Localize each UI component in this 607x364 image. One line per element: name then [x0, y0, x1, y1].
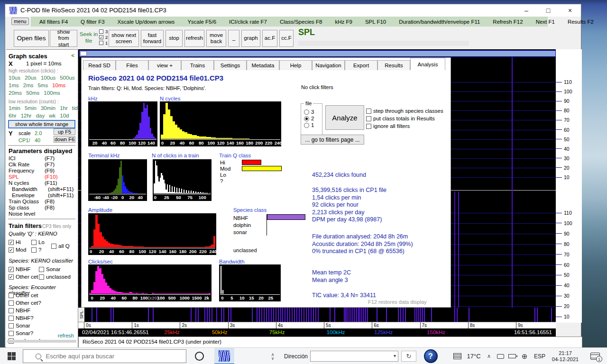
toolbar-button--[interactable]: _: [228, 30, 239, 47]
scale-option-wk[interactable]: wk: [49, 113, 55, 120]
scale-up-button[interactable]: up F5: [54, 128, 75, 135]
checkbox-NBHF[interactable]: NBHF: [9, 307, 76, 314]
toolbar-button-cc-F[interactable]: cc.F: [279, 30, 294, 47]
scale-option-20ms[interactable]: 20ms: [9, 90, 22, 98]
tray-overflow-chevron[interactable]: ∧: [485, 348, 493, 364]
checkbox-?[interactable]: ?: [31, 246, 50, 254]
menu-item[interactable]: Duration/bandwidth/envelope F11: [399, 19, 480, 25]
close-button[interactable]: ×: [559, 4, 581, 17]
taskbar-clock[interactable]: 21:17 04-12-2021: [548, 348, 582, 364]
help-tray-button[interactable]: ?: [421, 348, 440, 364]
scale-option-100us[interactable]: 100us: [41, 75, 55, 82]
network-tray-button[interactable]: ⊕: [519, 348, 530, 364]
toolbar-button-graph[interactable]: graph: [241, 30, 260, 47]
tab-Export[interactable]: Export: [345, 60, 377, 70]
checkbox-step-through-species-classes[interactable]: step through species classes: [366, 107, 443, 115]
tab-Settings[interactable]: Settings: [214, 60, 247, 70]
address-combobox[interactable]: ▾: [310, 351, 398, 362]
checkbox-ignore-all-filters[interactable]: ignore all filters: [366, 122, 443, 130]
checkbox-all-Q[interactable]: all Q: [51, 242, 76, 250]
menu-item[interactable]: Results F2: [568, 19, 594, 25]
open-files-button[interactable]: Open files: [14, 30, 49, 47]
checkbox-Sonar[interactable]: Sonar: [39, 265, 76, 273]
weather-temp[interactable]: 17°C: [464, 348, 484, 364]
checkbox-Sonar[interactable]: Sonar: [9, 322, 76, 329]
cpod-taskbar-button[interactable]: [214, 348, 234, 364]
parameter-Bandwidth[interactable]: Bandwidth(shift+F11): [9, 186, 76, 192]
taskbar-search[interactable]: [23, 349, 186, 363]
tab-Files[interactable]: Files: [116, 60, 148, 70]
scale-option-500us[interactable]: 500us: [60, 75, 74, 82]
scale-option-50ms[interactable]: 50ms: [26, 90, 39, 98]
checkbox-Lo[interactable]: Lo: [31, 238, 50, 246]
scale-option-12hr[interactable]: 12hr: [21, 113, 32, 120]
menu-item[interactable]: SPL F10: [365, 19, 386, 25]
checkbox-Other-cet?[interactable]: Other cet?: [9, 299, 76, 307]
scale-option-1hr[interactable]: 1hr: [60, 105, 68, 113]
minimize-button[interactable]: –: [515, 4, 537, 17]
menu-item[interactable]: Refresh F12: [493, 19, 523, 25]
language-indicator[interactable]: ESP: [531, 348, 548, 364]
parameter-Envelope[interactable]: Envelope(shift+F11): [9, 192, 76, 199]
scale-option-10d[interactable]: 10d: [60, 113, 69, 120]
tab-Read-SD[interactable]: Read SD: [83, 60, 116, 70]
menu-item[interactable]: Next F1: [536, 19, 555, 25]
parameter-Clk-Rate[interactable]: Clk Rate(F7): [9, 162, 76, 168]
scale-option-6hr[interactable]: 6hr: [9, 113, 17, 120]
tab-view-[interactable]: view +: [148, 60, 181, 70]
camera-tray-button[interactable]: [495, 348, 506, 364]
menu-item[interactable]: All filters F4: [39, 19, 68, 25]
notification-center-button[interactable]: 1: [584, 348, 606, 364]
start-button[interactable]: [0, 348, 23, 364]
toolbar-button-stop[interactable]: stop: [166, 30, 183, 47]
toolbar-button-ac-F[interactable]: ac.F: [262, 30, 277, 47]
parameter-Train-Qclass[interactable]: Train Qclass(F8): [9, 199, 76, 205]
tab-Results[interactable]: Results: [377, 60, 410, 70]
scale-option-1min[interactable]: 1min: [9, 105, 20, 113]
radio-3[interactable]: 3: [304, 109, 314, 115]
go-to-filters-button[interactable]: ... go to filters page ...: [301, 135, 364, 145]
radio-1[interactable]: 1: [304, 122, 314, 128]
maximize-button[interactable]: □: [537, 4, 559, 17]
tab-Analysis[interactable]: Analysis: [410, 58, 445, 70]
menu-item[interactable]: Yscale F5/6: [187, 19, 216, 25]
news-tray-button[interactable]: [451, 348, 463, 364]
checkbox-Mod[interactable]: ✓Mod: [9, 246, 31, 254]
menu-item[interactable]: ICI/click rate F7: [229, 19, 267, 25]
radio-2[interactable]: 2: [304, 115, 314, 122]
search-input[interactable]: [46, 353, 179, 360]
scale-option-10ms[interactable]: 10ms: [52, 82, 65, 90]
tab-Help[interactable]: Help: [279, 60, 312, 70]
menu-item[interactable]: Class/Species F8: [280, 19, 322, 25]
checkbox-3[interactable]: 3: [99, 28, 108, 34]
toolbar-button-move-back[interactable]: move back: [206, 30, 226, 47]
checkbox-Other-cet[interactable]: Other cet: [9, 291, 76, 299]
scale-option-5min[interactable]: 5min: [25, 105, 37, 113]
tab-Trains[interactable]: Trains: [181, 60, 214, 70]
parameter-SPL[interactable]: SPL(F10): [9, 174, 76, 180]
horizontal-scrollbar[interactable]: [79, 50, 556, 57]
scale-option-1ms[interactable]: 1ms: [9, 82, 19, 90]
checkbox-Hi[interactable]: ✓Hi: [9, 238, 31, 246]
menu-item[interactable]: Xscale Up/down arrows: [118, 19, 175, 25]
parameter-Frequency[interactable]: Frequency(F9): [9, 168, 76, 174]
parameter-Sp-class[interactable]: Sp class(F8): [9, 205, 76, 211]
scale-option-day[interactable]: day: [36, 113, 45, 120]
scrollbar-thumb[interactable]: [80, 51, 87, 56]
scale-option-100ms[interactable]: 100ms: [44, 90, 60, 98]
scale-down-button[interactable]: down F6: [54, 136, 75, 143]
show-from-start-button[interactable]: show from start: [50, 30, 77, 47]
checkbox-NBHF?[interactable]: NBHF?: [9, 314, 76, 322]
toolbar-button-fast-forward[interactable]: fast forward: [141, 30, 164, 47]
address-go-button[interactable]: ↻: [401, 351, 416, 362]
sidebar-scrollbar[interactable]: [7, 340, 76, 343]
tab-Metadata[interactable]: Metadata: [247, 60, 279, 70]
battery-tray-button[interactable]: [506, 348, 518, 364]
show-whole-time-range-button[interactable]: show whole time range: [8, 120, 75, 128]
scale-option-10us[interactable]: 10us: [9, 75, 20, 82]
cortana-button[interactable]: [189, 348, 210, 364]
collapse-arrow-icon[interactable]: <: [71, 53, 74, 58]
scale-option-5ms[interactable]: 5ms: [37, 82, 48, 90]
refresh-link[interactable]: refresh: [58, 333, 74, 338]
parameter-ICI[interactable]: ICI(F7): [9, 155, 76, 162]
